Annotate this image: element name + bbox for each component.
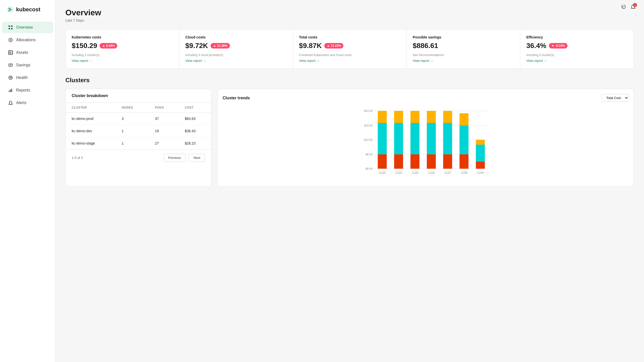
efficiency-badge-value: -0.10% xyxy=(555,44,565,48)
sidebar-item-savings-label: Savings xyxy=(16,63,30,67)
sidebar-item-health[interactable]: Health xyxy=(2,72,53,83)
col-pods: PODS xyxy=(149,103,179,113)
cloud-costs-card: Cloud costs $9.72K ▲ 11.38% Including 3 … xyxy=(179,30,293,68)
sidebar-item-assets-label: Assets xyxy=(16,50,28,55)
cluster-nodes: 1 xyxy=(116,125,149,137)
efficiency-value: 36.4% xyxy=(526,42,546,50)
svg-rect-14 xyxy=(11,89,12,92)
sidebar-item-overview[interactable]: Overview xyxy=(2,22,53,33)
tag-icon xyxy=(8,37,13,42)
arrow-down-icon: ▼ xyxy=(551,44,554,48)
svg-rect-45 xyxy=(460,154,469,169)
sidebar-item-allocations[interactable]: Allocations xyxy=(2,34,53,46)
bar-chart: $0.00$6.00$12.00$18.00$24.0011/0311/0411… xyxy=(223,106,629,181)
cost-cards: Kubernetes costs $150.29 ▲ 0.44% Includi… xyxy=(65,29,634,69)
table-icon xyxy=(8,50,13,55)
top-bar: 1 xyxy=(621,4,636,11)
cluster-name: kc-demo-prod xyxy=(66,113,116,125)
kubecost-logo-icon xyxy=(6,6,14,14)
svg-rect-47 xyxy=(460,113,469,125)
previous-button[interactable]: Previous xyxy=(164,154,186,162)
total-costs-card: Total costs $9.87K ▲ 11.22% Combined Kub… xyxy=(293,30,407,68)
sidebar-item-alerts[interactable]: Alerts xyxy=(2,97,53,109)
svg-rect-29 xyxy=(394,154,403,169)
svg-rect-37 xyxy=(427,154,436,169)
grid-icon xyxy=(8,25,13,30)
svg-text:$24.00: $24.00 xyxy=(364,109,373,112)
bell-icon xyxy=(8,100,13,105)
arrow-up-icon-2: ▲ xyxy=(213,44,216,48)
cluster-cost: $28.23 xyxy=(179,137,211,150)
chart-title: Cluster trends xyxy=(223,96,250,100)
table-row: kc-demo-dev 1 19 $38.43 xyxy=(66,125,211,137)
cluster-name: kc-demo-dev xyxy=(66,125,116,137)
svg-rect-49 xyxy=(476,161,485,169)
next-button[interactable]: Next xyxy=(189,154,205,162)
sidebar-item-savings[interactable]: Savings xyxy=(2,59,53,71)
chart-dropdown[interactable]: Total Cost xyxy=(601,94,629,102)
svg-text:$12.00: $12.00 xyxy=(364,138,373,141)
svg-text:$6.00: $6.00 xyxy=(366,153,373,156)
svg-rect-4 xyxy=(11,28,13,29)
svg-rect-31 xyxy=(394,111,403,123)
cloud-costs-title: Cloud costs xyxy=(185,35,287,39)
total-costs-title: Total costs xyxy=(299,35,400,39)
refresh-button[interactable] xyxy=(621,4,626,11)
cluster-table-footer: 1-5 of 3 Previous Next xyxy=(66,149,211,166)
page-subtitle: Last 7 Days xyxy=(65,18,634,22)
svg-rect-1 xyxy=(9,25,10,27)
sidebar-item-overview-label: Overview xyxy=(16,25,33,30)
sidebar-item-assets[interactable]: Assets xyxy=(2,47,53,58)
svg-rect-25 xyxy=(378,154,387,169)
svg-rect-27 xyxy=(378,111,387,123)
svg-text:11/03: 11/03 xyxy=(379,171,386,174)
svg-rect-38 xyxy=(427,123,436,154)
efficiency-desc: Including 3 cluster(s) xyxy=(526,53,628,57)
sidebar-item-health-label: Health xyxy=(16,75,28,80)
svg-rect-41 xyxy=(443,154,452,169)
possible-savings-view-report[interactable]: View report → xyxy=(413,59,433,63)
total-costs-view-report[interactable]: View report → xyxy=(299,59,320,63)
kubernetes-costs-badge: ▲ 0.44% xyxy=(100,43,117,49)
svg-text:11/07: 11/07 xyxy=(444,171,451,174)
sidebar-item-reports[interactable]: Reports xyxy=(2,84,53,96)
svg-rect-33 xyxy=(411,154,420,169)
svg-text:$18.00: $18.00 xyxy=(364,124,373,127)
arrow-up-icon-3: ▲ xyxy=(327,44,330,48)
notification-button[interactable]: 1 xyxy=(630,4,636,11)
cloud-costs-badge: ▲ 11.38% xyxy=(211,43,230,49)
cloud-costs-badge-value: 11.38% xyxy=(217,44,227,48)
cluster-name: kc-demo-stage xyxy=(66,137,116,150)
svg-text:11/08: 11/08 xyxy=(461,171,468,174)
sidebar-item-reports-label: Reports xyxy=(16,88,30,93)
svg-rect-2 xyxy=(11,25,13,27)
table-row: kc-demo-prod 3 37 $83.63 xyxy=(66,113,211,125)
chart-svg: $0.00$6.00$12.00$18.00$24.0011/0311/0411… xyxy=(223,106,629,181)
pagination-info: 1-5 of 3 xyxy=(72,156,83,160)
cluster-cost: $38.43 xyxy=(179,125,211,137)
svg-rect-42 xyxy=(443,123,452,154)
clusters-section-title: Clusters xyxy=(65,77,634,84)
efficiency-view-report[interactable]: View report → xyxy=(526,59,547,63)
svg-text:$0.00: $0.00 xyxy=(366,167,373,170)
table-row: kc-demo-stage 1 27 $28.23 xyxy=(66,137,211,150)
arrow-up-icon: ▲ xyxy=(102,44,105,48)
possible-savings-title: Possible savings xyxy=(413,35,514,39)
kubernetes-costs-desc: Including 3 cluster(s) xyxy=(72,53,173,57)
col-cluster: CLUSTER xyxy=(66,103,116,113)
svg-rect-46 xyxy=(460,125,469,154)
col-nodes: NODES xyxy=(116,103,149,113)
total-costs-desc: Combined Kubernetes and Cloud costs xyxy=(299,53,400,57)
total-costs-badge-value: 11.22% xyxy=(331,44,341,48)
total-costs-value: $9.87K xyxy=(299,42,322,50)
cluster-pods: 27 xyxy=(149,137,179,150)
kubernetes-costs-card: Kubernetes costs $150.29 ▲ 0.44% Includi… xyxy=(66,30,179,68)
svg-rect-50 xyxy=(476,145,485,161)
kubernetes-costs-badge-value: 0.44% xyxy=(106,44,115,48)
cluster-nodes: 1 xyxy=(116,137,149,150)
svg-rect-3 xyxy=(9,28,10,29)
cloud-costs-view-report[interactable]: View report → xyxy=(185,59,206,63)
kubernetes-costs-view-report[interactable]: View report → xyxy=(72,59,92,63)
svg-text:11/09: 11/09 xyxy=(477,171,484,174)
cluster-table: CLUSTER NODES PODS COST kc-demo-prod 3 3… xyxy=(66,103,211,149)
